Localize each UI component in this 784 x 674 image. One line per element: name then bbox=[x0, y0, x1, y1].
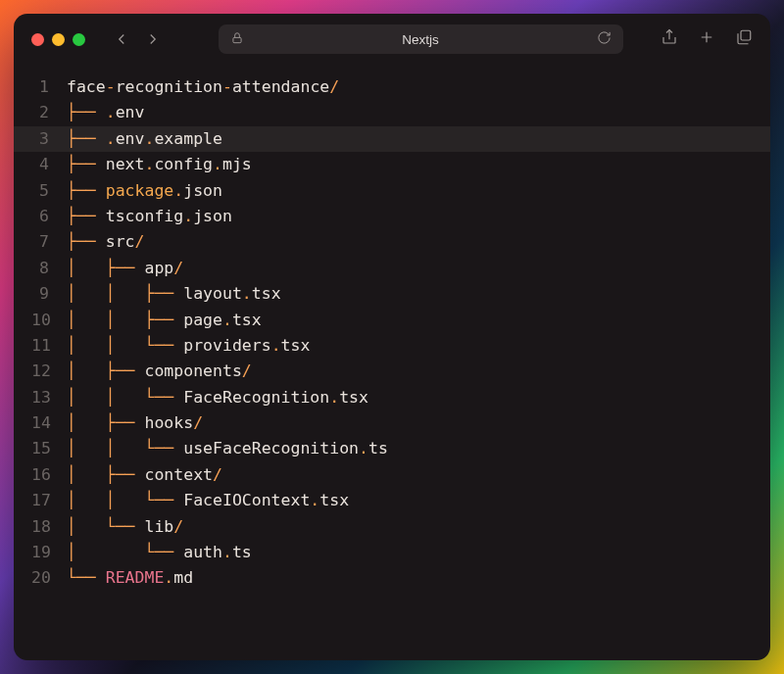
line-number: 5 bbox=[31, 178, 67, 204]
line-number: 13 bbox=[31, 385, 67, 410]
new-tab-button[interactable] bbox=[698, 28, 715, 50]
line-code: │ │ └── FaceIOContext.tsx bbox=[67, 488, 349, 513]
forward-button[interactable] bbox=[144, 30, 162, 48]
code-line: 16│ ├── context/ bbox=[14, 462, 770, 488]
minimize-button[interactable] bbox=[52, 33, 65, 46]
line-code: │ └── lib/ bbox=[67, 514, 183, 540]
line-number: 4 bbox=[31, 152, 67, 177]
line-code: │ │ └── FaceRecognition.tsx bbox=[67, 385, 368, 410]
reload-button[interactable] bbox=[597, 30, 612, 48]
code-line: 6├── tsconfig.json bbox=[14, 204, 770, 229]
line-number: 14 bbox=[31, 410, 67, 436]
line-code: │ ├── app/ bbox=[67, 256, 183, 281]
line-number: 11 bbox=[31, 333, 67, 359]
line-code: │ │ └── useFaceRecognition.ts bbox=[67, 436, 388, 461]
address-title: Nextjs bbox=[254, 32, 587, 47]
code-line: 2├── .env bbox=[14, 100, 770, 125]
browser-window: Nextjs 1face-recognition-attendance/2├──… bbox=[14, 14, 770, 660]
code-line: 4├── next.config.mjs bbox=[14, 152, 770, 177]
line-number: 19 bbox=[31, 540, 67, 565]
line-number: 10 bbox=[31, 308, 67, 333]
maximize-button[interactable] bbox=[73, 33, 85, 46]
code-line: 1face-recognition-attendance/ bbox=[14, 74, 770, 100]
line-code: ├── src/ bbox=[67, 229, 145, 255]
tabs-overview-button[interactable] bbox=[735, 28, 753, 50]
line-number: 20 bbox=[31, 565, 67, 591]
address-bar[interactable]: Nextjs bbox=[219, 24, 623, 54]
code-line: 12│ ├── components/ bbox=[14, 359, 770, 384]
line-code: ├── tsconfig.json bbox=[67, 204, 232, 229]
line-code: │ │ ├── layout.tsx bbox=[67, 281, 281, 307]
line-number: 17 bbox=[31, 488, 67, 513]
code-line: 20└── README.md bbox=[14, 565, 770, 591]
nav-buttons bbox=[113, 30, 162, 48]
line-code: │ ├── components/ bbox=[67, 359, 252, 384]
line-code: │ └── auth.ts bbox=[67, 540, 252, 565]
line-number: 18 bbox=[31, 514, 67, 540]
back-button[interactable] bbox=[113, 30, 130, 48]
titlebar: Nextjs bbox=[14, 14, 770, 65]
line-number: 6 bbox=[31, 204, 67, 229]
line-number: 16 bbox=[31, 462, 67, 488]
line-code: │ ├── context/ bbox=[67, 462, 222, 488]
code-content: 1face-recognition-attendance/2├── .env3├… bbox=[14, 65, 770, 660]
code-line: 19│ └── auth.ts bbox=[14, 540, 770, 565]
code-line: 14│ ├── hooks/ bbox=[14, 410, 770, 436]
line-number: 1 bbox=[31, 74, 67, 100]
code-line: 11│ │ └── providers.tsx bbox=[14, 333, 770, 359]
code-line: 7├── src/ bbox=[14, 229, 770, 255]
line-number: 3 bbox=[31, 126, 67, 152]
line-code: ├── package.json bbox=[67, 178, 222, 204]
code-line: 18│ └── lib/ bbox=[14, 514, 770, 540]
line-number: 15 bbox=[31, 436, 67, 461]
code-line: 5├── package.json bbox=[14, 178, 770, 204]
traffic-lights bbox=[31, 33, 85, 46]
close-button[interactable] bbox=[31, 33, 44, 46]
lock-icon bbox=[230, 31, 244, 48]
svg-rect-4 bbox=[741, 30, 751, 40]
line-code: ├── next.config.mjs bbox=[67, 152, 252, 177]
line-number: 2 bbox=[31, 100, 67, 125]
line-number: 8 bbox=[31, 256, 67, 281]
line-number: 7 bbox=[31, 229, 67, 255]
toolbar-right bbox=[661, 28, 753, 50]
line-code: ├── .env bbox=[67, 100, 145, 125]
line-code: │ │ ├── page.tsx bbox=[67, 308, 262, 333]
code-line: 10│ │ ├── page.tsx bbox=[14, 308, 770, 333]
line-number: 9 bbox=[31, 281, 67, 307]
line-code: │ │ └── providers.tsx bbox=[67, 333, 310, 359]
svg-rect-0 bbox=[233, 37, 241, 42]
code-line: 3├── .env.example bbox=[14, 126, 770, 152]
code-line: 9│ │ ├── layout.tsx bbox=[14, 281, 770, 307]
line-number: 12 bbox=[31, 359, 67, 384]
line-code: └── README.md bbox=[67, 565, 193, 591]
code-line: 15│ │ └── useFaceRecognition.ts bbox=[14, 436, 770, 461]
line-code: │ ├── hooks/ bbox=[67, 410, 203, 436]
code-line: 8│ ├── app/ bbox=[14, 256, 770, 281]
line-code: face-recognition-attendance/ bbox=[67, 74, 339, 100]
share-button[interactable] bbox=[661, 28, 678, 50]
line-code: ├── .env.example bbox=[67, 126, 222, 152]
code-line: 17│ │ └── FaceIOContext.tsx bbox=[14, 488, 770, 513]
code-line: 13│ │ └── FaceRecognition.tsx bbox=[14, 385, 770, 410]
